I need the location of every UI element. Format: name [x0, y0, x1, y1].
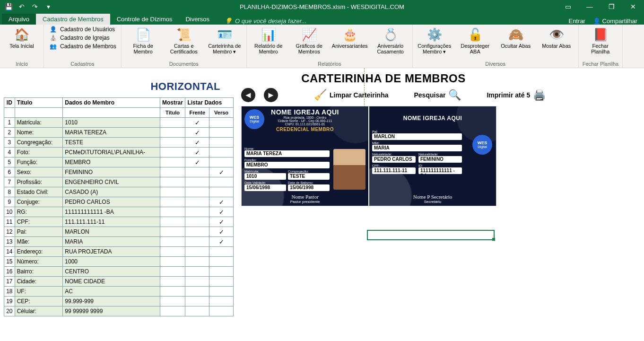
signin-link[interactable]: Entrar [569, 17, 585, 25]
broom-icon: 🧹 [314, 89, 327, 101]
btn-ficha-membro[interactable]: 📄Ficha de Membro [125, 26, 161, 54]
table-row[interactable]: 9Conjuge:PEDRO CARLOS✓ [4, 197, 234, 207]
table-row[interactable]: 11CPF:111.111.111-11✓ [4, 217, 234, 227]
print-button[interactable]: Imprimir até 5🖨️ [487, 89, 546, 101]
table-row[interactable]: 14Endereço:RUA PROJETADA [4, 247, 234, 257]
group-fechar: Fechar Planilha [583, 61, 618, 68]
exit-icon: 📕 [593, 27, 608, 42]
btn-ocultar-abas[interactable]: 🙈Ocultar Abas [498, 26, 534, 49]
tab-file[interactable]: Arquivo [2, 14, 36, 25]
qat-customize-icon[interactable]: ▾ [44, 3, 53, 10]
selected-cell[interactable] [367, 230, 495, 240]
table-row[interactable]: 15Número:1000 [4, 257, 234, 267]
table-row[interactable]: 16Bairro:CENTRO [4, 267, 234, 277]
card-front: WESDigital NOME IGREJA AQUI Rua projetad… [242, 106, 368, 206]
table-row[interactable]: 18UF:AC [4, 287, 234, 297]
qat-redo-icon[interactable]: ↷ [30, 3, 40, 10]
unlock-icon: 🔓 [468, 27, 483, 42]
members-icon: 👥 [49, 43, 57, 50]
fill-handle[interactable] [492, 238, 495, 241]
table-row[interactable]: 10RG:111111111111 -BA✓ [4, 207, 234, 217]
btn-aniversariantes[interactable]: 🎂Aniversariantes [332, 26, 368, 49]
card-batismo: 15/06/1998 [288, 184, 330, 191]
close-icon[interactable]: ✕ [622, 3, 644, 10]
gear-icon: ⚙️ [427, 27, 442, 42]
table-row[interactable]: 12Pai:MARLON✓ [4, 227, 234, 237]
form-icon: 📄 [136, 27, 151, 42]
group-relatorios: Relatórios [251, 61, 409, 68]
tab-controle-dizimos[interactable]: Controle de Dízimos [110, 14, 179, 25]
th-mostrar: Mostrar [160, 98, 185, 108]
printer-icon: 🖨️ [533, 89, 546, 101]
btn-cartas-certificados[interactable]: 📜Cartas e Certificados [166, 26, 202, 54]
qat-undo-icon[interactable]: ↶ [17, 3, 26, 10]
window-title: PLANILHA-DIZIMOS-MEMBROS.xlsm - WESDIGIT… [240, 3, 404, 10]
btn-mostrar-abas[interactable]: 👁️Mostar Abas [539, 26, 574, 49]
tell-me-search[interactable]: 💡 O que você deseja fazer... [225, 17, 306, 25]
tab-cadastro-membros[interactable]: Cadastro de Membros [36, 14, 110, 25]
card-mae: MARIA [372, 145, 462, 151]
card-nome: MARIA TEREZA [244, 150, 330, 157]
table-row[interactable]: 3Congregação:TESTE✓ [4, 138, 234, 148]
btn-cadastro-usuarios[interactable]: 👤Cadastro de Usuários [48, 26, 117, 33]
table-row[interactable]: 7Profissão:ENGENHEIRO CIVIL [4, 177, 234, 187]
report-icon: 📊 [261, 27, 276, 42]
ribbon: 🏠Tela Inicial Inicio 👤Cadastro de Usuári… [0, 25, 644, 68]
member-data-table: ID Título Dados do Membro Mostrar Listar… [4, 97, 234, 316]
btn-graficos-membros[interactable]: 📈Gráficos de Membros [291, 26, 327, 54]
chart-icon: 📈 [302, 27, 317, 42]
idcard-icon: 🪪 [217, 27, 232, 42]
nav-next-button[interactable]: ► [264, 88, 278, 102]
card-matricula: 1010 [244, 173, 286, 180]
table-row[interactable]: 1Matricula:1010✓ [4, 118, 234, 128]
card-back: NOME IGREJA AQUI WESDigital Pai:MARLON M… [369, 106, 496, 206]
btn-relatorio-membro[interactable]: 📊Relatório de Membro [251, 26, 287, 54]
maximize-icon[interactable]: ❐ [600, 3, 622, 10]
btn-desproteger-aba[interactable]: 🔓Desproteger ABA [457, 26, 493, 54]
card-naturalidade2: FEMININO [418, 156, 462, 163]
th-sub-frente: Frente [185, 108, 209, 118]
home-icon: 🏠 [14, 27, 29, 42]
nav-prev-button[interactable]: ◄ [241, 88, 255, 102]
table-row[interactable]: 19CEP:99.999-999 [4, 297, 234, 306]
table-row[interactable]: 2Nome:MARIA TEREZA✓ [4, 128, 234, 138]
share-button[interactable]: 👤 Compartilhar [593, 17, 637, 25]
card-id: 111111111111 -BA [418, 167, 462, 174]
table-row[interactable]: 5Função:MEMBRO✓ [4, 157, 234, 167]
th-listar: Listar Dados [185, 98, 234, 108]
btn-fechar-planilha[interactable]: 📕Fechar Planilha [583, 26, 618, 54]
group-documentos: Documentos [125, 61, 243, 68]
minimize-icon[interactable]: — [579, 3, 600, 10]
btn-carteirinha-membro[interactable]: 🪪Carteirinha de Membro ▾ [207, 26, 243, 54]
table-row[interactable]: 17Cidade:NOME CIDADE [4, 277, 234, 287]
btn-cadastro-membros[interactable]: 👥Cadastro de Membros [48, 43, 117, 50]
tab-diversos[interactable]: Diversos [179, 14, 216, 25]
certificate-icon: 📜 [176, 27, 191, 42]
th-id: ID [4, 98, 15, 108]
titlebar: 💾 ↶ ↷ ▾ PLANILHA-DIZIMOS-MEMBROS.xlsm - … [0, 0, 644, 13]
card-preview: WESDigital NOME IGREJA AQUI Rua projetad… [241, 106, 496, 206]
table-row[interactable]: 20Célular:99 99999 9999 [4, 306, 234, 316]
birthday-icon: 🎂 [342, 27, 357, 42]
th-titulo: Título [15, 98, 63, 108]
th-sub-verso: Verso [209, 108, 234, 118]
card-congregacao: TESTE [288, 173, 330, 180]
clear-card-button[interactable]: 🧹Limpar Carteirinha [314, 89, 388, 101]
table-row[interactable]: 6Sexo:FEMININO✓ [4, 167, 234, 177]
table-row[interactable]: 13Mãe:MARIA✓ [4, 237, 234, 247]
wes-logo-back: WESDigital [472, 135, 492, 155]
qat-save-icon[interactable]: 💾 [4, 3, 13, 10]
table-row[interactable]: 4Foto:PCMeD\TUTORIAL\PLANILHA-✓ [4, 148, 234, 157]
btn-tela-inicial[interactable]: 🏠Tela Inicial [4, 26, 40, 49]
btn-config-membro[interactable]: ⚙️Configurações Membro ▾ [417, 26, 453, 54]
hide-icon: 🙈 [508, 27, 523, 42]
table-row[interactable]: 8Estado Civil:CASADO (A) [4, 187, 234, 197]
btn-aniversario-casamento[interactable]: 💍Aniversário Casamento [373, 26, 409, 54]
group-inicio: Inicio [4, 61, 40, 68]
card-pai: MARLON [372, 133, 462, 140]
btn-cadastro-igrejas[interactable]: ⛪Cadastro de Igrejas [48, 34, 117, 42]
card-cpf: 111.111.111-11 [372, 167, 416, 174]
ribbon-options-icon[interactable]: ▭ [557, 3, 579, 10]
search-button[interactable]: Pesquisar🔍 [414, 89, 461, 101]
user-icon: 👤 [49, 26, 57, 33]
